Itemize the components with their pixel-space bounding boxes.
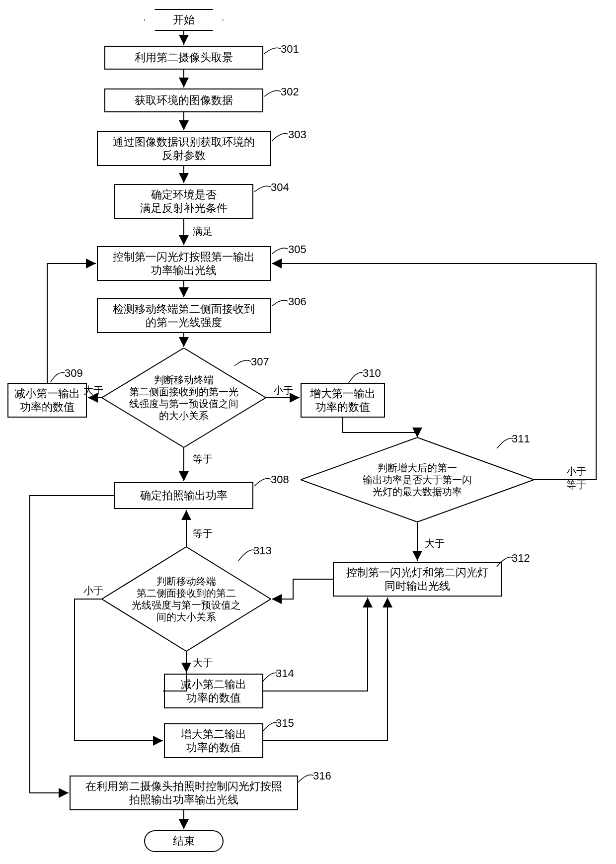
- step-309-text: 减小第一输出功率的数值: [14, 387, 80, 414]
- step-303-text: 通过图像数据识别获取环境的反射参数: [113, 135, 255, 163]
- start-label: 开始: [173, 12, 195, 27]
- num-308: 308: [271, 473, 289, 486]
- edge-satisfy: 满足: [193, 225, 213, 238]
- decision-311-text: 判断增大后的第一输出功率是否大于第一闪光灯的最大数据功率: [363, 462, 472, 498]
- num-309: 309: [65, 367, 83, 380]
- step-315: 增大第二输出功率的数值: [164, 723, 263, 758]
- step-306: 检测移动终端第二侧面接收到的第一光线强度: [97, 298, 271, 333]
- edge-307-lt: 小于: [273, 384, 293, 397]
- decision-307: 判断移动终端第二侧面接收到的第一光线强度与第一预设值之间的大小关系: [102, 348, 266, 447]
- step-305-text: 控制第一闪光灯按照第一输出功率输出光线: [113, 250, 255, 277]
- step-310: 增大第一输出功率的数值: [301, 383, 385, 418]
- num-306: 306: [288, 295, 307, 308]
- num-302: 302: [281, 86, 299, 98]
- step-304-text: 确定环境是否满足反射补光条件: [140, 188, 228, 215]
- step-314-text: 减小第二输出功率的数值: [181, 678, 246, 705]
- flowchart-canvas: 开始 结束 利用第二摄像头取景 301 获取环境的图像数据 302 通过图像数据…: [0, 0, 616, 864]
- step-312: 控制第一闪光灯和第二闪光灯同时输出光线: [333, 562, 502, 597]
- step-309: 减小第一输出功率的数值: [7, 383, 87, 418]
- num-310: 310: [363, 367, 381, 380]
- end-label: 结束: [173, 834, 195, 849]
- decision-313: 判断移动终端第二侧面接收到的第二光线强度与第一预设值之间的大小关系: [102, 547, 271, 651]
- edge-313-gt: 大于: [193, 656, 213, 670]
- decision-313-text: 判断移动终端第二侧面接收到的第二光线强度与第一预设值之间的大小关系: [132, 575, 241, 623]
- flow-lines: [0, 0, 616, 864]
- step-314: 减小第二输出功率的数值: [164, 674, 263, 708]
- step-316-text: 在利用第二摄像头拍照时控制闪光灯按照拍照输出功率输出光线: [85, 779, 282, 807]
- step-301-text: 利用第二摄像头取景: [135, 51, 233, 65]
- step-316: 在利用第二摄像头拍照时控制闪光灯按照拍照输出功率输出光线: [70, 776, 298, 810]
- num-314: 314: [276, 667, 294, 680]
- edge-313-eq: 等于: [193, 527, 213, 540]
- edge-307-gt: 大于: [83, 384, 103, 397]
- step-303: 通过图像数据识别获取环境的反射参数: [97, 131, 271, 166]
- edge-307-eq: 等于: [193, 452, 213, 466]
- step-305: 控制第一闪光灯按照第一输出功率输出光线: [97, 246, 271, 281]
- num-304: 304: [271, 181, 289, 194]
- step-310-text: 增大第一输出功率的数值: [310, 387, 376, 414]
- num-305: 305: [288, 243, 307, 256]
- num-303: 303: [288, 128, 307, 141]
- decision-311: 判断增大后的第一输出功率是否大于第一闪光灯的最大数据功率: [301, 437, 534, 522]
- num-311: 311: [512, 432, 530, 445]
- step-312-text: 控制第一闪光灯和第二闪光灯同时输出光线: [346, 566, 488, 593]
- step-304: 确定环境是否满足反射补光条件: [114, 184, 253, 219]
- step-315-text: 增大第二输出功率的数值: [181, 727, 246, 755]
- step-308: 确定拍照输出功率: [114, 482, 253, 509]
- end-terminator: 结束: [144, 830, 224, 852]
- num-316: 316: [313, 770, 331, 782]
- decision-307-text: 判断移动终端第二侧面接收到的第一光线强度与第一预设值之间的大小关系: [129, 374, 238, 422]
- step-308-text: 确定拍照输出功率: [140, 489, 228, 503]
- edge-311-lte: 小于等于: [566, 465, 586, 492]
- edge-313-lt: 小于: [83, 584, 103, 598]
- num-301: 301: [281, 43, 299, 56]
- leader-lines: [0, 0, 616, 864]
- num-307: 307: [251, 355, 269, 368]
- start-terminator: 开始: [144, 9, 224, 31]
- num-313: 313: [253, 544, 272, 557]
- step-302: 获取环境的图像数据: [104, 88, 263, 112]
- step-301: 利用第二摄像头取景: [104, 46, 263, 70]
- edge-311-gt: 大于: [425, 537, 445, 550]
- num-312: 312: [512, 552, 530, 565]
- num-315: 315: [276, 717, 294, 730]
- step-306-text: 检测移动终端第二侧面接收到的第一光线强度: [113, 302, 255, 330]
- step-302-text: 获取环境的图像数据: [135, 93, 233, 107]
